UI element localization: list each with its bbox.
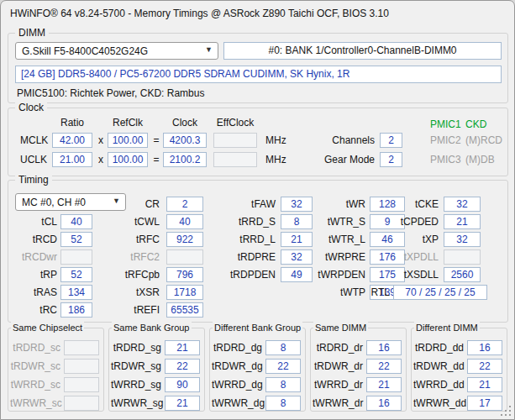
value-tRC: 186 — [60, 302, 92, 318]
label-tRDRD_dg: tRDRD_dg — [212, 340, 262, 355]
mclk-label: MCLK — [20, 133, 48, 148]
uclk-eq-sign: = — [151, 152, 161, 167]
same-chipselect-group-label: Same Chipselect — [11, 322, 84, 333]
label-tWTR_S: tWTR_S — [305, 214, 365, 229]
value-tXP: 32 — [444, 232, 481, 247]
different-bank-group-label: Different Bank Group — [213, 322, 302, 333]
value-tRDRD_sc — [64, 340, 99, 355]
dimm-pmic-line: PMIC5100: Richtek Power, CKD: Rambus — [17, 86, 204, 101]
dimm-group-label: DIMM — [15, 27, 49, 39]
title-bar[interactable]: HWiNFO® 64 v8.24-5700 - Memory Timings @… — [1, 1, 514, 26]
different-bank-group: Different Bank Group tRDRD_dg 8 tRDWR_dg… — [209, 328, 306, 412]
label-tRDPDEN: tRDPDEN — [218, 267, 276, 282]
uclk-label: UCLK — [20, 152, 47, 167]
value-RTL: 70 / 25 / 25 / 25 — [393, 285, 487, 300]
mclk-clock-value: 4200.3 — [163, 133, 207, 148]
header-refclk: RefClk — [108, 117, 148, 129]
label-tWTR_L: tWTR_L — [305, 232, 365, 247]
timing-channel-select-value: MC #0, CH #0 — [22, 196, 86, 209]
window-title: HWiNFO® 64 v8.24-5700 - Memory Timings @… — [10, 8, 389, 19]
label-tWRRD_sg: tWRRD_sg — [111, 377, 161, 392]
value-tWRWR_sg: 21 — [165, 396, 200, 411]
label-tWRRD_dr: tWRRD_dr — [313, 377, 363, 392]
channels-label: Channels — [307, 133, 375, 148]
value-tWRWR_dg: 8 — [265, 396, 301, 411]
same-chipselect-group: Same Chipselect tRDRD_sc tRDWR_sc tWRRD_… — [8, 328, 104, 412]
dimm-description-field: [24 GB] DDR5-8400 / PC5-67200 DDR5 SDRAM… — [15, 66, 502, 83]
value-tXSDLL: 2560 — [444, 267, 481, 282]
chevron-down-icon: ▼ — [205, 45, 213, 54]
value-tWRRD_sg: 90 — [165, 377, 200, 392]
mclk-eq-sign: = — [151, 133, 161, 148]
value-tCKE: 32 — [444, 197, 481, 212]
uclk-mul-sign: x — [96, 152, 106, 167]
value-tRFC2 — [166, 249, 203, 265]
label-tCPDED: tCPDED — [386, 214, 439, 229]
label-tWRRD_dg: tWRRD_dg — [212, 377, 262, 392]
label-tRRD_L: tRRD_L — [218, 232, 276, 247]
label-tCL: tCL — [10, 214, 57, 229]
value-tRCD: 52 — [60, 232, 92, 247]
label-tRDRD_dr: tRDRD_dr — [313, 340, 363, 355]
value-tREFI: 65535 — [166, 302, 203, 318]
value-tRDWR_sc — [64, 359, 99, 374]
value-tWRRD_dr: 21 — [366, 377, 402, 392]
label-tXP: tXP — [386, 232, 439, 247]
pmic3-value: (M)DB — [465, 152, 495, 167]
value-tRDWR_dr: 22 — [366, 359, 402, 374]
label-RTL: RTL — [360, 285, 390, 300]
label-tRDWR_sg: tRDWR_sg — [111, 359, 161, 374]
label-tRFC2: tRFC2 — [108, 249, 160, 265]
label-tRC: tRC — [10, 302, 57, 318]
header-ratio: Ratio — [52, 117, 92, 129]
value-tRDRD_dg: 8 — [265, 340, 301, 355]
label-tRDPRE: tRDPRE — [218, 249, 276, 265]
label-tRDWR_dd: tRDWR_dd — [413, 359, 464, 374]
same-dimm-group-label: Same DIMM — [313, 322, 368, 333]
timing-group: Timing MC #0, CH #0 ▼ tCL 40 tRCD 52 tRC… — [8, 180, 508, 323]
value-tWRWR_dr: 16 — [366, 396, 402, 411]
value-tRCDwr — [60, 249, 92, 265]
clock-group: Clock Ratio RefClk Clock EffClock MCLK 4… — [8, 108, 508, 176]
value-tRDRD_dd: 16 — [467, 340, 502, 355]
pmic1-value: CKD — [465, 117, 486, 132]
hwinfo-memory-timings-window: HWiNFO® 64 v8.24-5700 - Memory Timings @… — [0, 0, 515, 420]
label-tRFC: tRFC — [108, 232, 160, 247]
value-tWRRD_sc — [64, 377, 99, 392]
value-tRDRD_sg: 21 — [165, 340, 200, 355]
label-tWRWR_sc: tWRWR_sc — [10, 396, 60, 411]
gear-mode-label: Gear Mode — [307, 152, 375, 167]
pmic2-label: PMIC2 — [430, 133, 461, 148]
dimm-module-select[interactable]: G.Skill F5-8400C4052G24G ▼ — [15, 42, 218, 60]
label-tWRPDEN: tWRPDEN — [305, 267, 365, 282]
gear-mode-value: 2 — [380, 152, 402, 167]
value-CR: 2 — [166, 197, 203, 212]
value-tXPDLL — [444, 249, 481, 265]
pmic3-label: PMIC3 — [430, 152, 461, 167]
different-dimm-group-label: Different DIMM — [414, 322, 480, 333]
label-tRFCpb: tRFCpb — [108, 267, 160, 282]
uclk-ratio-value: 21.00 — [52, 152, 92, 167]
value-tRAS: 134 — [60, 285, 92, 300]
dimm-module-select-value: G.Skill F5-8400C4052G24G — [22, 45, 148, 58]
pmic1-label: PMIC1 — [430, 117, 461, 132]
mclk-unit: MHz — [265, 133, 286, 148]
label-tWRWR_dd: tWRWR_dd — [413, 396, 464, 411]
label-tRDWR_sc: tRDWR_sc — [10, 359, 60, 374]
label-tWRRD_sc: tWRRD_sc — [10, 377, 60, 392]
label-tRP: tRP — [10, 267, 57, 282]
mclk-mul-sign: x — [96, 133, 106, 148]
header-clock: Clock — [163, 117, 207, 129]
label-tRAS: tRAS — [10, 285, 57, 300]
mclk-effclock-value — [213, 133, 257, 148]
label-tWR: tWR — [305, 197, 365, 212]
value-tWRWR_dd: 17 — [467, 396, 502, 411]
resize-grip[interactable] — [501, 406, 512, 417]
uclk-unit: MHz — [265, 152, 286, 167]
value-tXSR: 1718 — [166, 285, 203, 300]
uclk-clock-value: 2100.2 — [163, 152, 207, 167]
value-tRDWR_dd: 22 — [467, 359, 502, 374]
header-effclock: EffClock — [210, 117, 260, 129]
pmic2-value: (M)RCD — [465, 133, 502, 148]
dimm-slot-field: #0: BANK 1/Controller0-ChannelB-DIMM0 — [223, 42, 502, 60]
